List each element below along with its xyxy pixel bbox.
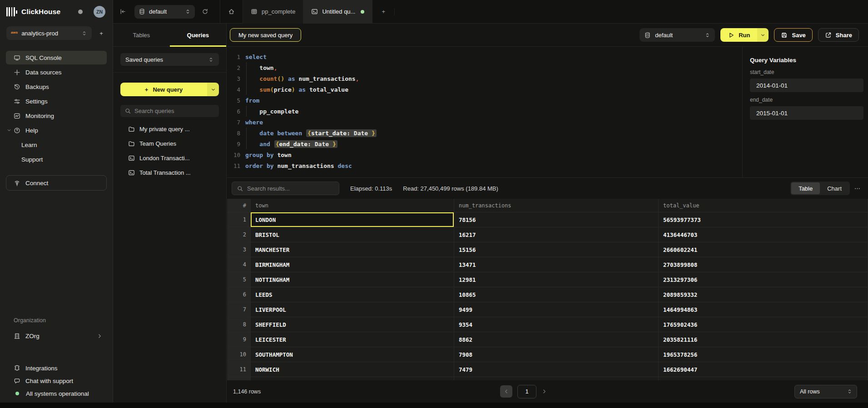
table-cell[interactable]: LONDON [251,212,454,227]
search-results-input[interactable] [247,185,334,192]
table-cell[interactable]: 1765902436 [659,317,868,332]
table-cell[interactable]: 2660602241 [659,242,868,257]
table-cell[interactable]: 9354 [454,317,659,332]
table-cell[interactable]: LIVERPOOL [251,302,454,317]
table-cell[interactable]: 10865 [454,287,659,302]
query-parameter-chip[interactable]: {end_date: Date } [274,140,337,148]
add-service-button[interactable]: + [96,30,106,37]
run-options-button[interactable] [757,28,769,42]
workspace-tab-pp-complete[interactable]: pp_complete [243,0,303,24]
table-cell[interactable]: 78156 [454,212,659,227]
table-cell[interactable]: 1965378256 [659,347,868,362]
code-line[interactable]: 6 pp_complete [227,106,742,117]
table-cell[interactable]: 13471 [454,257,659,272]
service-select[interactable]: aws analytics-prod [6,26,92,40]
table-cell[interactable]: 9499 [454,302,659,317]
run-button[interactable]: Run [720,28,757,42]
home-tab[interactable] [220,0,243,24]
sidebar-item-help[interactable]: Help [6,123,107,137]
table-cell[interactable]: 15156 [454,242,659,257]
column-header-row-number[interactable]: # [227,199,251,212]
saved-query-item-london-transacti[interactable]: London Transacti... [120,151,219,165]
tab-tables[interactable]: Tables [113,24,170,46]
refresh-icon[interactable] [202,8,208,15]
code-line[interactable]: 10group by town [227,149,742,160]
saved-query-item-team-queries[interactable]: Team Queries [120,136,219,151]
table-cell[interactable]: SOUTHAMPTON [251,347,454,362]
previous-page-button[interactable] [500,385,512,398]
run-database-select[interactable]: default [640,28,715,42]
code-line[interactable]: 5from [227,95,742,106]
sql-editor[interactable]: 1select2 town,3 count() as num_transacti… [227,47,742,177]
sidebar-footer-integrations[interactable]: Integrations [0,362,113,374]
sidebar-footer-chat-with-support[interactable]: Chat with support [0,374,113,387]
avatar[interactable]: ZN [94,6,105,18]
new-tab-button[interactable]: + [372,8,395,15]
table-cell[interactable]: BRISTOL [251,227,454,242]
new-query-button[interactable]: + New query [120,83,207,96]
database-select[interactable]: default [134,5,195,19]
saved-query-tab[interactable]: My new saved query [230,28,301,42]
table-cell[interactable]: 7908 [454,347,659,362]
organization-switcher[interactable]: ZOrg [0,329,113,343]
sidebar-item-backups[interactable]: Backups [6,80,107,93]
more-options-icon[interactable] [854,185,861,192]
saved-query-item-my-private-query[interactable]: My private query ... [120,122,219,136]
sidebar-item-settings[interactable]: Settings [6,94,107,108]
sidebar-item-learn[interactable]: Learn [6,138,107,152]
table-cell[interactable]: MANCHESTER [251,242,454,257]
table-cell[interactable]: LEEDS [251,287,454,302]
code-line[interactable]: 8 date between {start_date: Date } [227,128,742,138]
table-cell[interactable]: 16217 [454,227,659,242]
save-button[interactable]: Save [774,28,812,42]
variable-input-end-date[interactable] [750,106,863,120]
table-cell[interactable]: SHEFFIELD [251,317,454,332]
query-parameter-chip[interactable]: {start_date: Date } [306,129,377,137]
code-line[interactable]: 4 sum(price) as total_value [227,84,742,95]
tab-queries[interactable]: Queries [170,24,227,46]
code-line[interactable]: 11order by num_transactions desc [227,160,742,171]
sidebar-item-sql-console[interactable]: SQL Console [6,51,107,64]
code-line[interactable]: 2 town, [227,62,742,73]
table-cell[interactable]: 2313297306 [659,272,868,287]
column-header-town[interactable]: town [251,199,454,212]
table-cell[interactable]: 1662690447 [659,362,868,377]
column-header-num-transactions[interactable]: num_transactions [454,199,659,212]
share-button[interactable]: Share [818,28,859,42]
next-page-button[interactable] [541,388,547,394]
workspace-tab-untitled-qu[interactable]: Untitled qu... [303,0,372,24]
code-line[interactable]: 9 and {end_date: Date } [227,138,742,149]
collapse-sidebar-icon[interactable] [119,8,126,15]
page-size-select[interactable]: All rows [794,385,857,398]
table-cell[interactable]: 8862 [454,332,659,347]
table-cell[interactable]: NORWICH [251,362,454,377]
sidebar-footer-all-systems-operational[interactable]: All systems operational [0,387,113,400]
table-cell[interactable]: LEICESTER [251,332,454,347]
variable-input-start-date[interactable] [750,79,863,92]
table-cell[interactable]: 7479 [454,362,659,377]
code-line[interactable]: 1select [227,51,742,62]
view-chart-button[interactable]: Chart [820,182,849,194]
notification-dot-icon[interactable] [78,10,83,14]
table-cell[interactable]: 2035821116 [659,332,868,347]
table-cell[interactable]: NOTTINGHAM [251,272,454,287]
table-cell[interactable]: 2703899808 [659,257,868,272]
code-line[interactable]: 3 count() as num_transactions, [227,73,742,84]
table-cell[interactable]: 1464994863 [659,302,868,317]
table-cell[interactable]: 56593977373 [659,212,868,227]
saved-query-item-total-transaction[interactable]: Total Transaction ... [120,165,219,180]
sidebar-item-support[interactable]: Support [6,152,107,166]
table-cell[interactable]: 2089859332 [659,287,868,302]
new-query-options-button[interactable] [207,83,219,96]
connect-button[interactable]: Connect [6,175,107,191]
sidebar-item-monitoring[interactable]: Monitoring [6,109,107,123]
view-table-button[interactable]: Table [791,182,820,194]
code-line[interactable]: 7where [227,117,742,128]
column-header-total-value[interactable]: total_value [659,199,868,212]
table-cell[interactable]: 12981 [454,272,659,287]
table-cell[interactable]: BIRMINGHAM [251,257,454,272]
search-queries-input[interactable] [134,108,215,114]
saved-queries-select[interactable]: Saved queries [120,53,219,66]
table-cell[interactable]: 4136446703 [659,227,868,242]
page-number-input[interactable]: 1 [517,385,536,398]
